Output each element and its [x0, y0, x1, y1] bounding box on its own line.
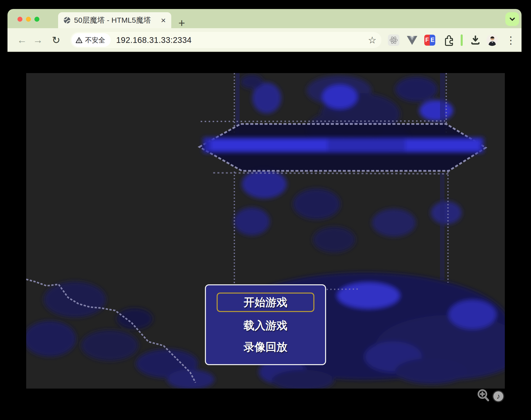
reload-button[interactable]: ↻	[49, 28, 63, 52]
tab-close-icon[interactable]: ×	[161, 16, 166, 24]
close-window-button[interactable]	[17, 17, 22, 22]
traffic-lights	[17, 17, 39, 22]
avatar-person-icon	[486, 34, 498, 46]
music-disc: ♪	[492, 390, 504, 402]
fe-right-label: E	[430, 35, 435, 46]
downloads-button[interactable]	[468, 28, 482, 52]
globe-favicon-icon	[64, 17, 71, 24]
vue-v-icon	[407, 35, 418, 45]
bookmark-star-icon[interactable]: ☆	[368, 32, 376, 48]
menu-item-load-game[interactable]: 载入游戏	[206, 316, 325, 335]
forward-button[interactable]: →	[31, 28, 45, 52]
extension-fe-helper[interactable]: F E	[423, 28, 437, 52]
zoom-window-button[interactable]	[34, 17, 39, 22]
forward-icon: →	[33, 34, 43, 46]
game-menu: 开始游戏 载入游戏 录像回放	[205, 284, 326, 365]
separator-bar	[455, 28, 469, 52]
reload-icon: ↻	[52, 34, 60, 46]
react-atom-icon	[389, 35, 398, 45]
warning-triangle-icon	[76, 37, 83, 43]
menu-item-start-game[interactable]: 开始游戏	[217, 293, 314, 312]
extension-vue-devtools[interactable]	[405, 28, 419, 52]
back-button[interactable]: ←	[15, 28, 29, 52]
extensions-button[interactable]	[442, 28, 456, 52]
zoom-toggle-button[interactable]	[476, 388, 490, 402]
minimize-window-button[interactable]	[26, 17, 31, 22]
tab-mota[interactable]: 50层魔塔 - HTML5魔塔 ×	[58, 12, 171, 28]
url-text: 192.168.31.33:2334	[116, 35, 192, 45]
avatar	[486, 34, 498, 46]
tab-strip: 50层魔塔 - HTML5魔塔 × +	[7, 9, 522, 28]
three-dots-icon: ⋮	[506, 34, 516, 46]
page-content: 开始游戏 载入游戏 录像回放 ♪	[7, 52, 522, 419]
security-chip[interactable]: 不安全	[72, 33, 111, 47]
game-canvas[interactable]: 开始游戏 载入游戏 录像回放	[26, 73, 505, 389]
browser-menu-button[interactable]: ⋮	[504, 28, 518, 52]
toolbar: ← → ↻ 不安全 192.168.31.33:2334 ☆	[7, 28, 522, 52]
security-chip-label: 不安全	[85, 36, 105, 45]
browser-window: 50层魔塔 - HTML5魔塔 × + ← → ↻ 不安全	[7, 9, 522, 420]
fe-left-label: F	[424, 35, 430, 46]
extension-react-devtools[interactable]	[387, 28, 401, 52]
music-toggle-button[interactable]: ♪	[491, 389, 505, 403]
chevron-down-icon	[508, 15, 517, 23]
back-icon: ←	[17, 34, 27, 46]
new-tab-button[interactable]: +	[176, 17, 188, 29]
window-chevron-button[interactable]	[505, 12, 519, 26]
menu-item-replay[interactable]: 录像回放	[206, 338, 325, 356]
profile-button[interactable]	[485, 28, 499, 52]
extensions-puzzle-icon	[443, 34, 454, 46]
green-separator	[461, 34, 463, 46]
download-icon	[470, 35, 481, 46]
tab-title: 50层魔塔 - HTML5魔塔	[74, 15, 161, 25]
url-bar[interactable]: 不安全 192.168.31.33:2334 ☆	[70, 32, 381, 48]
music-note-icon: ♪	[493, 391, 503, 401]
magnifier-plus-icon	[476, 388, 490, 402]
